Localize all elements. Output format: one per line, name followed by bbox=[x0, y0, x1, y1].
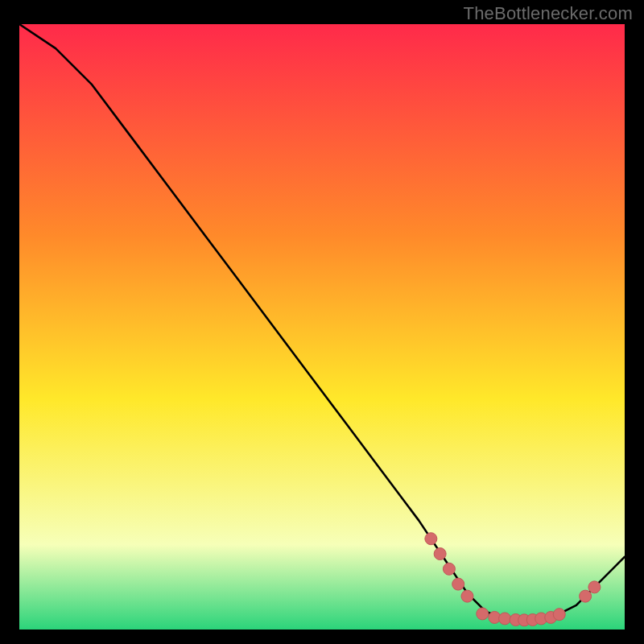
curve-marker bbox=[443, 563, 455, 575]
curve-marker bbox=[434, 548, 446, 560]
curve-marker bbox=[477, 608, 489, 620]
curve-marker bbox=[588, 581, 601, 593]
chart-plot bbox=[19, 24, 625, 630]
curve-marker bbox=[580, 590, 592, 602]
chart-background bbox=[19, 24, 625, 630]
curve-marker bbox=[452, 578, 464, 590]
curve-marker bbox=[461, 590, 473, 602]
watermark-label: TheBottlenecker.com bbox=[464, 3, 633, 24]
curve-marker bbox=[499, 613, 511, 625]
curve-marker bbox=[425, 533, 437, 545]
curve-marker bbox=[553, 609, 565, 621]
chart-frame: TheBottlenecker.com bbox=[0, 0, 644, 644]
bottleneck-curve-chart bbox=[19, 24, 625, 630]
